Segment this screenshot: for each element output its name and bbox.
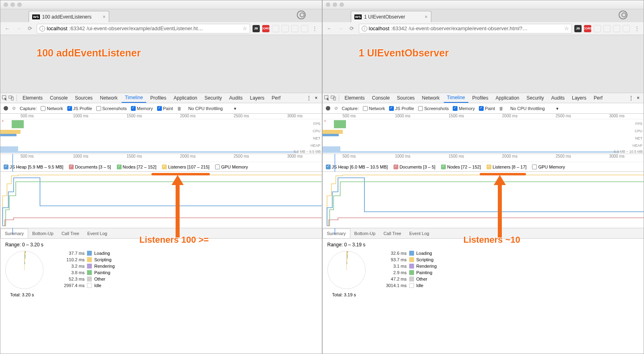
capture-paint-checkbox[interactable]: Paint (157, 106, 173, 111)
dev-tab-elements[interactable]: Elements (342, 94, 368, 102)
dev-tab-timeline[interactable]: Timeline (444, 93, 468, 103)
capture-memory-checkbox[interactable]: Memory (453, 106, 475, 111)
chrome-menu-icon[interactable]: ⋮ (311, 24, 319, 33)
dev-tab-layers[interactable]: Layers (569, 94, 590, 102)
legend-nodes[interactable]: Nodes [72 – 152] (117, 165, 157, 169)
legend-gpu[interactable]: GPU Memory (215, 165, 248, 169)
forward-button[interactable]: → (14, 24, 23, 33)
dev-tab-profiles[interactable]: Profiles (147, 94, 170, 102)
bottom-tab-eventlog[interactable]: Event Log (83, 229, 112, 238)
legend-documents[interactable]: Documents [3 – 5] (69, 165, 111, 169)
address-bar[interactable]: i localhost:63342/ui-event-observer/exam… (359, 24, 572, 33)
clear-button[interactable]: ⊘ (334, 106, 338, 111)
dev-tab-profiles[interactable]: Profiles (469, 94, 492, 102)
extension-cors-icon[interactable]: CORS (584, 25, 591, 32)
memory-chart[interactable] (0, 172, 322, 228)
extension-icon[interactable] (603, 25, 611, 32)
bottom-tab-eventlog[interactable]: Event Log (405, 229, 433, 238)
dev-tab-application[interactable]: Application (493, 94, 523, 102)
traffic-light-min[interactable] (10, 2, 15, 7)
devtools-close-icon[interactable]: × (315, 95, 317, 101)
dev-tab-timeline[interactable]: Timeline (122, 93, 146, 103)
site-info-icon[interactable]: i (362, 26, 367, 31)
dev-tab-perf[interactable]: Perf (590, 94, 606, 102)
record-button[interactable] (4, 106, 8, 110)
detail-ruler[interactable]: 500 ms1000 ms1500 ms2000 ms2500 ms3000 m… (0, 154, 322, 162)
extension-icon[interactable] (613, 25, 620, 32)
dev-tab-layers[interactable]: Layers (246, 94, 267, 102)
traffic-light-close[interactable] (4, 2, 8, 7)
capture-paint-checkbox[interactable]: Paint (479, 106, 495, 111)
extension-icon[interactable] (594, 25, 601, 32)
clear-button[interactable]: ⊘ (12, 106, 16, 111)
legend-nodes[interactable]: Nodes [72 – 152] (441, 165, 481, 169)
bottom-tab-calltree[interactable]: Call Tree (379, 229, 405, 238)
dev-tab-sources[interactable]: Sources (394, 94, 418, 102)
extension-jb-icon[interactable]: JB (253, 25, 260, 32)
extension-icon[interactable] (301, 25, 308, 32)
inspect-element-icon[interactable] (2, 95, 8, 101)
dev-tab-sources[interactable]: Sources (72, 94, 96, 102)
dev-tab-security[interactable]: Security (523, 94, 547, 102)
capture-screenshots-checkbox[interactable]: Screenshots (418, 106, 449, 111)
detail-ruler[interactable]: 500 ms1000 ms1500 ms2000 ms2500 ms3000 m… (323, 154, 644, 162)
close-tab-icon[interactable]: × (425, 14, 427, 20)
capture-jsprofile-checkbox[interactable]: JS Profile (389, 106, 414, 111)
traffic-light-max[interactable] (340, 2, 344, 7)
inspect-element-icon[interactable] (324, 95, 330, 101)
site-info-icon[interactable]: i (39, 26, 45, 31)
dev-tab-audits[interactable]: Audits (226, 94, 246, 102)
browser-tab[interactable]: WS 1 UIEventObserver × (351, 11, 431, 22)
dev-tab-application[interactable]: Application (170, 94, 201, 102)
forward-button[interactable]: → (336, 24, 345, 33)
profile-avatar-icon[interactable] (297, 10, 306, 19)
capture-jsprofile-checkbox[interactable]: JS Profile (67, 106, 92, 111)
reload-button[interactable]: ⟳ (25, 24, 34, 33)
device-toggle-icon[interactable] (331, 95, 336, 101)
cpu-throttle-select[interactable]: No CPU throttling▾ (507, 105, 561, 112)
extension-icon[interactable] (282, 25, 289, 32)
extension-icon[interactable] (291, 25, 298, 32)
bottom-tab-calltree[interactable]: Call Tree (58, 229, 83, 238)
legend-documents[interactable]: Documents [3 – 5] (393, 165, 435, 169)
bookmark-star-icon[interactable]: ☆ (564, 25, 569, 31)
legend-listeners[interactable]: Listeners [8 – 17] (487, 165, 526, 169)
address-bar[interactable]: i localhost:63342/ui-event-observer/exam… (37, 24, 250, 33)
gc-button[interactable]: 🗑 (499, 106, 503, 111)
back-button[interactable]: ← (3, 24, 12, 33)
extension-icon[interactable] (272, 25, 279, 32)
dev-tab-console[interactable]: Console (369, 94, 393, 102)
timeline-overview[interactable]: 500 ms1000 ms1500 ms2000 ms2500 ms3000 m… (323, 114, 644, 154)
traffic-light-max[interactable] (17, 2, 22, 7)
close-tab-icon[interactable]: × (103, 14, 106, 20)
dev-tab-audits[interactable]: Audits (548, 94, 568, 102)
legend-jsheap[interactable]: JS Heap [6.0 MB – 10.5 MB] (326, 165, 388, 169)
browser-tab[interactable]: WS 100 addEventListeners × (29, 11, 109, 22)
chrome-menu-icon[interactable]: ⋮ (632, 24, 641, 33)
dev-tab-elements[interactable]: Elements (19, 94, 46, 102)
capture-memory-checkbox[interactable]: Memory (131, 106, 153, 111)
extension-icon[interactable] (623, 25, 630, 32)
dev-tab-security[interactable]: Security (201, 94, 225, 102)
extension-jb-icon[interactable]: JB (574, 25, 582, 32)
bookmark-star-icon[interactable]: ☆ (242, 25, 247, 31)
device-toggle-icon[interactable] (8, 95, 14, 101)
traffic-light-close[interactable] (326, 2, 330, 7)
dev-tab-network[interactable]: Network (97, 94, 121, 102)
cpu-throttle-select[interactable]: No CPU throttling▾ (186, 105, 240, 112)
dev-tab-console[interactable]: Console (47, 94, 71, 102)
bottom-tab-summary[interactable]: Summary (0, 229, 28, 238)
capture-screenshots-checkbox[interactable]: Screenshots (96, 106, 127, 111)
devtools-close-icon[interactable]: × (637, 95, 640, 101)
profile-avatar-icon[interactable] (619, 10, 627, 19)
devtools-more-icon[interactable]: ⋮ (306, 95, 311, 101)
devtools-more-icon[interactable]: ⋮ (629, 95, 634, 101)
timeline-overview[interactable]: 500 ms1000 ms1500 ms2000 ms2500 ms3000 m… (0, 114, 322, 154)
back-button[interactable]: ← (325, 24, 334, 33)
reload-button[interactable]: ⟳ (348, 24, 356, 33)
capture-network-checkbox[interactable]: Network (41, 106, 63, 111)
traffic-light-min[interactable] (333, 2, 337, 7)
gc-button[interactable]: 🗑 (177, 106, 182, 111)
legend-listeners[interactable]: Listeners [107 – 215] (162, 165, 209, 169)
record-button[interactable] (326, 106, 330, 110)
